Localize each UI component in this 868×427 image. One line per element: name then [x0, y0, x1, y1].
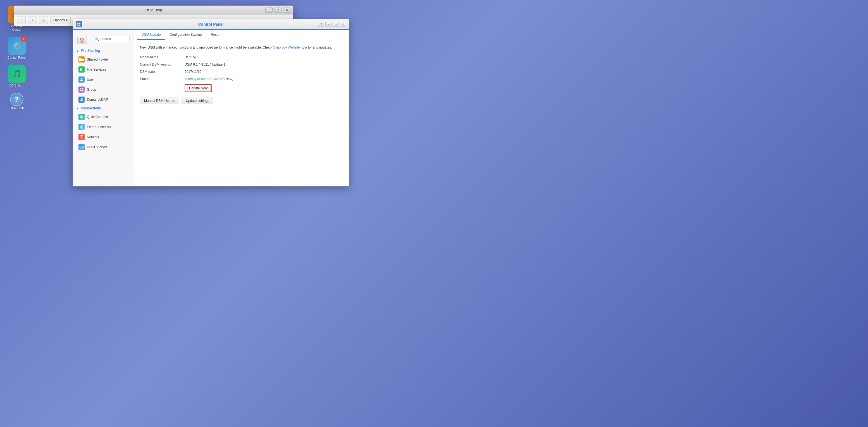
sidebar-item-network[interactable]: Network: [73, 132, 134, 142]
cp-tab-content: New DSM with enhanced functions and impr…: [134, 40, 349, 186]
whats-new-link[interactable]: (What's New): [213, 77, 234, 81]
sidebar-item-user[interactable]: User: [73, 74, 134, 85]
svg-point-18: [81, 126, 82, 128]
svg-point-8: [81, 78, 83, 79]
help-back-btn[interactable]: ‹: [17, 16, 26, 24]
cp-minimize-btn[interactable]: −: [326, 22, 332, 27]
dsm-help-label: DSM Help: [10, 106, 24, 109]
quickconnect-label: QuickConnect: [87, 115, 108, 119]
desktop-icons: 📦 11 PackageCenter ⚙️ 1 Control Panel 🎵 …: [0, 0, 33, 427]
quickconnect-icon: [79, 114, 85, 120]
network-icon: [79, 134, 85, 140]
help-window-title: DSM Help: [145, 8, 162, 12]
dsm-version-value: DSM 6.1.4-15217 Update 1: [185, 63, 225, 66]
external-access-icon: [79, 124, 85, 130]
ds-station-icon[interactable]: 🎵 DS Station: [3, 65, 31, 87]
cp-tabs: DSM Update Configuration Backup Reset: [134, 30, 349, 40]
sidebar-home-btn[interactable]: 🏠: [78, 36, 87, 44]
shared-folder-icon: [79, 56, 85, 63]
sidebar-item-shared-folder[interactable]: Shared Folder: [73, 55, 134, 64]
file-services-icon: [79, 66, 85, 72]
dsm-date-row: DSM date: 2017/11/10: [140, 70, 343, 74]
sidebar-item-quickconnect[interactable]: QuickConnect: [73, 112, 134, 122]
banner-end-text: now for any updates.: [300, 45, 332, 50]
group-label: Group: [87, 88, 96, 92]
dhcp-server-icon: [79, 144, 85, 150]
options-arrow-icon: ▾: [66, 18, 68, 22]
cp-close-btn[interactable]: ✕: [340, 22, 346, 27]
domain-ldap-label: Domain/LDAP: [87, 98, 108, 102]
sidebar-item-domain-ldap[interactable]: Domain/LDAP: [73, 95, 134, 105]
bottom-btn-row: Manual DSM Update Update settings: [140, 97, 343, 104]
help-titlebar: DSM Help − □ ✕: [14, 6, 293, 14]
svg-point-21: [81, 147, 81, 147]
sidebar-item-external-access[interactable]: External Access: [73, 122, 134, 132]
update-settings-btn[interactable]: Update settings: [182, 97, 213, 104]
search-input[interactable]: [100, 37, 128, 41]
update-now-btn[interactable]: Update Now: [185, 84, 212, 92]
options-label: Options: [53, 18, 65, 22]
help-options-btn[interactable]: Options ▾: [50, 16, 71, 24]
help-close-btn[interactable]: ✕: [283, 7, 290, 12]
user-icon: [79, 76, 85, 83]
control-panel-label: Control Panel: [7, 56, 26, 59]
model-name-value: DS215j: [185, 55, 195, 59]
dhcp-server-label: DHCP Server: [87, 145, 107, 149]
external-access-label: External Access: [87, 125, 111, 129]
dsm-version-row: Current DSM version: DSM 6.1.4-15217 Upd…: [140, 63, 343, 66]
banner-text: New DSM with enhanced functions and impr…: [140, 45, 273, 50]
tab-config-backup[interactable]: Configuration Backup: [165, 30, 207, 40]
dsm-date-label: DSM date:: [140, 70, 185, 74]
cp-titlebar: Control Panel ? − □ ✕: [73, 19, 349, 30]
help-window-controls: − □ ✕: [265, 7, 290, 12]
manual-dsm-update-btn[interactable]: Manual DSM Update: [140, 97, 179, 104]
help-minimize-btn[interactable]: −: [265, 7, 273, 12]
svg-rect-1: [79, 23, 81, 24]
file-services-label: File Services: [87, 68, 106, 71]
model-name-label: Model name:: [140, 55, 185, 59]
cp-main: DSM Update Configuration Backup Reset Ne…: [134, 30, 349, 186]
control-panel-window: Control Panel ? − □ ✕ 🏠 🔍 ▲ File Sharing: [72, 19, 349, 187]
help-maximize-btn[interactable]: □: [274, 7, 281, 12]
domain-icon: [79, 97, 85, 103]
sidebar-item-file-services[interactable]: File Services: [73, 64, 134, 74]
synology-website-link[interactable]: Synology Website: [273, 45, 300, 50]
status-value: is ready to update.: [185, 77, 212, 81]
control-panel-badge: 1: [21, 36, 27, 42]
svg-point-9: [80, 88, 82, 90]
sidebar-item-dhcp-server[interactable]: DHCP Server: [73, 142, 134, 152]
cp-help-btn[interactable]: ?: [318, 22, 324, 27]
sidebar-item-group[interactable]: Group: [73, 85, 134, 95]
sidebar-section-connectivity[interactable]: ▲ Connectivity: [73, 105, 134, 112]
svg-rect-12: [82, 98, 83, 99]
dsm-version-label: Current DSM version:: [140, 63, 185, 66]
cp-window-controls: ? − □ ✕: [318, 22, 346, 27]
cp-maximize-btn[interactable]: □: [333, 22, 339, 27]
sidebar-section-file-sharing[interactable]: ▲ File Sharing: [73, 47, 134, 55]
dsm-help-desktop-icon[interactable]: ? DSM Help: [3, 93, 31, 109]
update-now-row: Update Now: [185, 84, 343, 92]
cp-sidebar: 🏠 🔍 ▲ File Sharing Shared Folder: [73, 30, 134, 186]
help-question-icon: ?: [10, 93, 24, 106]
model-name-row: Model name: DS215j: [140, 55, 343, 59]
connectivity-arrow-icon: ▲: [76, 107, 79, 110]
cp-icon: [76, 21, 82, 27]
search-icon: 🔍: [95, 37, 99, 41]
tab-dsm-update[interactable]: DSM Update: [137, 30, 165, 40]
user-label: User: [87, 77, 94, 81]
status-row: Status: is ready to update. (What's New): [140, 77, 343, 81]
group-icon: [79, 87, 85, 93]
control-panel-desktop-icon[interactable]: ⚙️ 1 Control Panel: [3, 37, 31, 59]
tab-reset[interactable]: Reset: [206, 30, 224, 40]
svg-point-10: [82, 88, 83, 90]
help-forward-btn[interactable]: ›: [28, 16, 37, 24]
cp-body: 🏠 🔍 ▲ File Sharing Shared Folder: [73, 30, 349, 186]
shared-folder-label: Shared Folder: [87, 58, 108, 61]
svg-rect-0: [77, 23, 79, 24]
file-sharing-arrow-icon: ▲: [76, 50, 79, 53]
file-sharing-label: File Sharing: [81, 49, 100, 53]
cp-title: Control Panel: [198, 22, 223, 27]
status-label: Status:: [140, 77, 185, 81]
help-home-btn[interactable]: ⌂: [39, 16, 48, 24]
dsm-date-value: 2017/11/10: [185, 70, 202, 74]
